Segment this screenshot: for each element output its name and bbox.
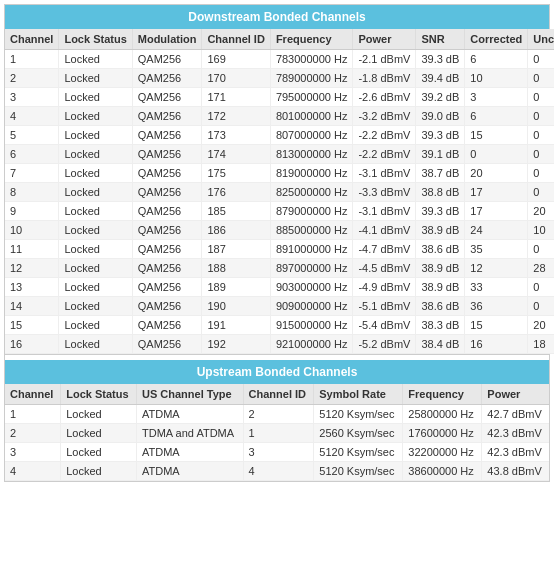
upstream-section: Upstream Bonded Channels ChannelLock Sta… [5,360,549,481]
upstream-thead: ChannelLock StatusUS Channel TypeChannel… [5,384,549,405]
table-cell: QAM256 [132,240,202,259]
downstream-section: Downstream Bonded Channels ChannelLock S… [5,5,549,354]
table-cell: -2.2 dBmV [353,126,416,145]
table-cell: 38.7 dB [416,164,465,183]
table-cell: 0 [528,145,554,164]
table-cell: 13 [5,278,59,297]
table-cell: Locked [59,88,132,107]
downstream-table: ChannelLock StatusModulationChannel IDFr… [5,29,554,354]
table-cell: 11 [5,240,59,259]
downstream-col-header: SNR [416,29,465,50]
table-row: 1LockedQAM256169783000000 Hz-2.1 dBmV39.… [5,50,554,69]
table-cell: 4 [5,462,61,481]
table-row: 4LockedATDMA45120 Ksym/sec38600000 Hz43.… [5,462,549,481]
table-cell: 20 [528,202,554,221]
table-cell: 6 [465,50,528,69]
page-wrapper: Downstream Bonded Channels ChannelLock S… [4,4,550,482]
table-cell: Locked [59,335,132,354]
table-cell: 5120 Ksym/sec [314,462,403,481]
table-cell: 33 [465,278,528,297]
table-cell: 819000000 Hz [270,164,353,183]
table-cell: 38.8 dB [416,183,465,202]
table-row: 15LockedQAM256191915000000 Hz-5.4 dBmV38… [5,316,554,335]
table-cell: Locked [59,202,132,221]
table-cell: QAM256 [132,316,202,335]
downstream-thead: ChannelLock StatusModulationChannel IDFr… [5,29,554,50]
table-cell: -1.8 dBmV [353,69,416,88]
table-cell: -3.1 dBmV [353,202,416,221]
table-cell: Locked [61,443,137,462]
table-cell: 39.3 dB [416,202,465,221]
table-cell: QAM256 [132,145,202,164]
table-cell: 15 [5,316,59,335]
table-cell: 42.7 dBmV [482,405,549,424]
downstream-col-header: Corrected [465,29,528,50]
table-cell: 192 [202,335,270,354]
table-row: 12LockedQAM256188897000000 Hz-4.5 dBmV38… [5,259,554,278]
table-cell: 10 [5,221,59,240]
table-cell: 903000000 Hz [270,278,353,297]
table-cell: 0 [528,50,554,69]
table-cell: 795000000 Hz [270,88,353,107]
table-cell: 0 [528,297,554,316]
table-cell: 2 [243,405,314,424]
table-cell: 0 [528,240,554,259]
table-cell: -3.1 dBmV [353,164,416,183]
table-cell: ATDMA [137,443,244,462]
table-cell: QAM256 [132,221,202,240]
table-cell: 2 [5,69,59,88]
table-cell: Locked [59,145,132,164]
table-row: 14LockedQAM256190909000000 Hz-5.1 dBmV38… [5,297,554,316]
table-cell: 4 [243,462,314,481]
table-row: 13LockedQAM256189903000000 Hz-4.9 dBmV38… [5,278,554,297]
table-cell: Locked [59,183,132,202]
table-row: 2LockedTDMA and ATDMA12560 Ksym/sec17600… [5,424,549,443]
table-cell: 879000000 Hz [270,202,353,221]
table-cell: 42.3 dBmV [482,424,549,443]
table-cell: -4.5 dBmV [353,259,416,278]
table-cell: -5.4 dBmV [353,316,416,335]
table-cell: 8 [5,183,59,202]
table-row: 5LockedQAM256173807000000 Hz-2.2 dBmV39.… [5,126,554,145]
table-cell: 1 [5,50,59,69]
table-cell: 176 [202,183,270,202]
table-cell: Locked [59,50,132,69]
table-cell: 885000000 Hz [270,221,353,240]
table-cell: 38.9 dB [416,259,465,278]
table-cell: 16 [5,335,59,354]
table-cell: Locked [59,259,132,278]
upstream-col-header: US Channel Type [137,384,244,405]
table-row: 3LockedATDMA35120 Ksym/sec32200000 Hz42.… [5,443,549,462]
table-cell: 17600000 Hz [403,424,482,443]
downstream-col-header: Channel ID [202,29,270,50]
table-cell: QAM256 [132,297,202,316]
upstream-col-header: Power [482,384,549,405]
table-cell: 172 [202,107,270,126]
downstream-header-row: ChannelLock StatusModulationChannel IDFr… [5,29,554,50]
table-cell: QAM256 [132,69,202,88]
table-cell: 783000000 Hz [270,50,353,69]
table-cell: 28 [528,259,554,278]
table-cell: QAM256 [132,126,202,145]
table-cell: 38.6 dB [416,297,465,316]
table-row: 3LockedQAM256171795000000 Hz-2.6 dBmV39.… [5,88,554,107]
table-cell: QAM256 [132,335,202,354]
table-row: 2LockedQAM256170789000000 Hz-1.8 dBmV39.… [5,69,554,88]
table-cell: 2 [5,424,61,443]
upstream-col-header: Frequency [403,384,482,405]
table-cell: -4.7 dBmV [353,240,416,259]
table-cell: 39.2 dB [416,88,465,107]
table-cell: 1 [5,405,61,424]
table-cell: Locked [59,316,132,335]
table-cell: 0 [528,126,554,145]
table-cell: 169 [202,50,270,69]
table-cell: QAM256 [132,164,202,183]
upstream-header-row: ChannelLock StatusUS Channel TypeChannel… [5,384,549,405]
table-cell: 32200000 Hz [403,443,482,462]
downstream-col-header: Modulation [132,29,202,50]
table-cell: 38.9 dB [416,278,465,297]
table-cell: 20 [465,164,528,183]
table-cell: 39.3 dB [416,126,465,145]
table-cell: -5.1 dBmV [353,297,416,316]
table-cell: 4 [5,107,59,126]
